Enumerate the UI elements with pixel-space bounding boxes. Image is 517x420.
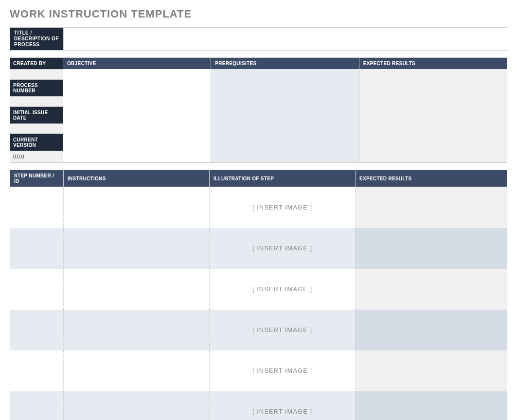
illustration-cell[interactable]: [ INSERT IMAGE ] [210,228,356,269]
step-number-cell[interactable] [10,187,64,228]
illustration-cell[interactable]: [ INSERT IMAGE ] [210,187,356,228]
col-header-illustration: ILLUSTRATION OF STEP [210,170,356,187]
process-number-label: PROCESS NUMBER [10,79,63,97]
objective-body[interactable] [63,69,211,163]
title-description-input[interactable] [63,27,507,51]
col-header-step: STEP NUMBER / ID [10,170,64,187]
instructions-cell[interactable] [64,350,210,391]
step-number-cell[interactable] [10,350,64,391]
steps-table: STEP NUMBER / ID INSTRUCTIONS ILLUSTRATI… [10,170,507,420]
title-description-row: TITLE / DESCRIPTION OF PROCESS [10,27,507,51]
expected-results-cell[interactable] [356,310,507,350]
initial-issue-date-label: INITIAL ISSUE DATE [10,106,63,124]
step-number-cell[interactable] [10,269,64,310]
instructions-cell[interactable] [64,310,210,350]
expected-results-cell[interactable] [356,269,507,310]
overview-section: CREATED BY PROCESS NUMBER INITIAL ISSUE … [10,57,507,163]
col-header-instructions: INSTRUCTIONS [64,170,210,187]
expected-results-header: EXPECTED RESULTS [359,57,507,69]
table-row: [ INSERT IMAGE ] [10,391,507,420]
page-title: WORK INSTRUCTION TEMPLATE [10,8,507,20]
step-number-cell[interactable] [10,228,64,269]
initial-issue-date-value[interactable] [10,124,63,134]
objective-header: OBJECTIVE [63,57,211,69]
expected-results-cell[interactable] [356,228,507,269]
table-row: [ INSERT IMAGE ] [10,187,507,228]
created-by-value[interactable] [10,70,63,79]
title-description-label: TITLE / DESCRIPTION OF PROCESS [10,27,63,51]
expected-results-cell[interactable] [356,187,507,228]
prerequisites-column: PREREQUISITES [211,57,359,163]
table-row: [ INSERT IMAGE ] [10,269,507,310]
overview-right-columns: OBJECTIVE PREREQUISITES EXPECTED RESULTS [63,57,507,163]
prerequisites-body[interactable] [211,69,358,163]
table-row: [ INSERT IMAGE ] [10,310,507,350]
illustration-cell[interactable]: [ INSERT IMAGE ] [210,269,356,310]
instructions-cell[interactable] [64,187,210,228]
table-row: [ INSERT IMAGE ] [10,350,507,391]
step-number-cell[interactable] [10,391,64,420]
instructions-cell[interactable] [64,269,210,310]
instructions-cell[interactable] [64,228,210,269]
expected-results-cell[interactable] [356,350,507,391]
illustration-cell[interactable]: [ INSERT IMAGE ] [210,310,356,350]
overview-left-column: CREATED BY PROCESS NUMBER INITIAL ISSUE … [10,57,63,163]
table-row: [ INSERT IMAGE ] [10,228,507,269]
instructions-cell[interactable] [64,391,210,420]
expected-results-body[interactable] [359,69,507,163]
objective-column: OBJECTIVE [63,57,211,163]
col-header-expected: EXPECTED RESULTS [356,170,507,187]
illustration-cell[interactable]: [ INSERT IMAGE ] [210,391,356,420]
created-by-label: CREATED BY [10,57,63,70]
expected-results-column: EXPECTED RESULTS [359,57,507,163]
current-version-label: CURRENT VERSION [10,134,63,151]
expected-results-cell[interactable] [356,391,507,420]
process-number-value[interactable] [10,97,63,106]
illustration-cell[interactable]: [ INSERT IMAGE ] [210,350,356,391]
step-number-cell[interactable] [10,310,64,350]
current-version-value[interactable]: 0.0.0 [10,151,63,163]
prerequisites-header: PREREQUISITES [211,57,358,69]
